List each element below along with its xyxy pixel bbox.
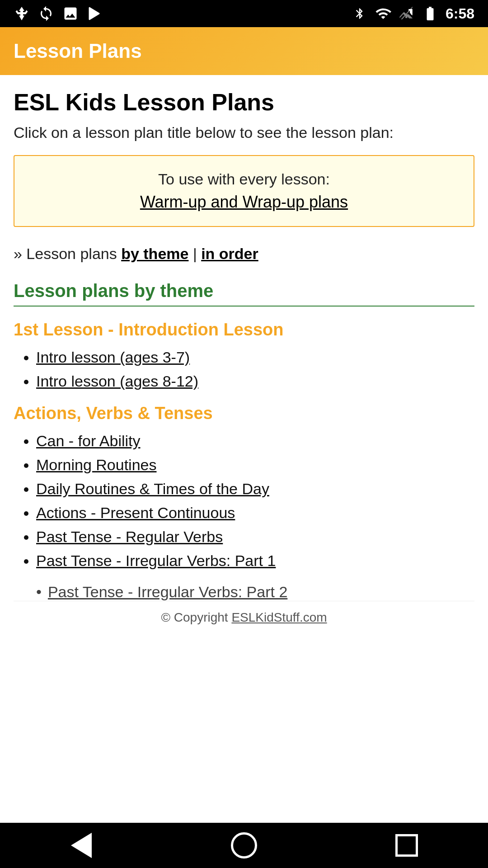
intro-lesson-3-7-link[interactable]: Intro lesson (ages 3-7) [36, 349, 190, 366]
back-icon [71, 833, 92, 858]
list-item: Past Tense - Irregular Verbs: Part 1 [36, 552, 474, 570]
past-tense-irregular-2-link[interactable]: Past Tense - Irregular Verbs: Part 2 [48, 583, 287, 601]
time-display: 6:58 [446, 5, 474, 22]
list-item: Actions - Present Continuous [36, 504, 474, 522]
wifi-icon [375, 5, 391, 22]
footer-link[interactable]: ESLKidStuff.com [231, 610, 327, 624]
in-order-link[interactable]: in order [201, 245, 258, 262]
app-header-title: Lesson Plans [14, 40, 142, 62]
battery-icon [422, 5, 438, 22]
bullet: • [36, 583, 42, 601]
main-content: ESL Kids Lesson Plans Click on a lesson … [0, 75, 488, 823]
recent-apps-icon [395, 834, 418, 857]
page-title: ESL Kids Lesson Plans [14, 89, 474, 116]
recycle-icon [14, 5, 30, 22]
warmup-link[interactable]: Warm-up and Wrap-up plans [140, 193, 348, 211]
partial-list-item: • Past Tense - Irregular Verbs: Part 2 [14, 583, 474, 601]
daily-routines-link[interactable]: Daily Routines & Times of the Day [36, 480, 269, 497]
status-bar: 6:58 [0, 0, 488, 27]
bottom-nav-bar [0, 823, 488, 868]
category-actions-heading: Actions, Verbs & Tenses [14, 404, 474, 423]
nav-links: » Lesson plans by theme | in order [14, 245, 474, 263]
highlight-box-text: To use with every lesson: [23, 170, 465, 188]
list-item: Can - for Ability [36, 432, 474, 450]
actions-present-continuous-link[interactable]: Actions - Present Continuous [36, 504, 235, 521]
app-header: Lesson Plans [0, 27, 488, 75]
past-tense-irregular-1-link[interactable]: Past Tense - Irregular Verbs: Part 1 [36, 552, 276, 569]
home-icon [231, 832, 257, 859]
signal-off-icon [399, 5, 415, 22]
status-bar-right-icons: 6:58 [352, 5, 474, 22]
nav-prefix: » Lesson plans [14, 245, 121, 262]
can-for-ability-link[interactable]: Can - for Ability [36, 432, 141, 449]
footer-text: © Copyright [161, 610, 231, 624]
recent-apps-button[interactable] [389, 827, 425, 863]
list-item: Intro lesson (ages 8-12) [36, 373, 474, 390]
list-item: Intro lesson (ages 3-7) [36, 349, 474, 366]
intro-lesson-8-12-link[interactable]: Intro lesson (ages 8-12) [36, 373, 198, 390]
past-tense-regular-link[interactable]: Past Tense - Regular Verbs [36, 528, 223, 545]
footer: © Copyright ESLKidStuff.com [14, 601, 474, 634]
by-theme-link[interactable]: by theme [121, 245, 188, 262]
back-button[interactable] [63, 827, 99, 863]
image-icon [62, 5, 79, 22]
page-subtitle: Click on a lesson plan title below to se… [14, 124, 474, 142]
list-item: Morning Routines [36, 456, 474, 474]
list-item: Daily Routines & Times of the Day [36, 480, 474, 498]
sync-icon [38, 5, 54, 22]
category-intro: 1st Lesson - Introduction Lesson Intro l… [14, 320, 474, 390]
section-heading: Lesson plans by theme [14, 281, 474, 307]
play-store-icon [87, 5, 103, 22]
home-button[interactable] [226, 827, 262, 863]
morning-routines-link[interactable]: Morning Routines [36, 456, 156, 473]
nav-separator: | [188, 245, 201, 262]
intro-lesson-list: Intro lesson (ages 3-7) Intro lesson (ag… [14, 349, 474, 390]
list-item: Past Tense - Regular Verbs [36, 528, 474, 546]
status-bar-left-icons [14, 5, 103, 22]
highlight-box: To use with every lesson: Warm-up and Wr… [14, 155, 474, 227]
category-actions: Actions, Verbs & Tenses Can - for Abilit… [14, 404, 474, 601]
actions-lesson-list: Can - for Ability Morning Routines Daily… [14, 432, 474, 570]
category-intro-heading: 1st Lesson - Introduction Lesson [14, 320, 474, 340]
bluetooth-icon [352, 5, 368, 22]
